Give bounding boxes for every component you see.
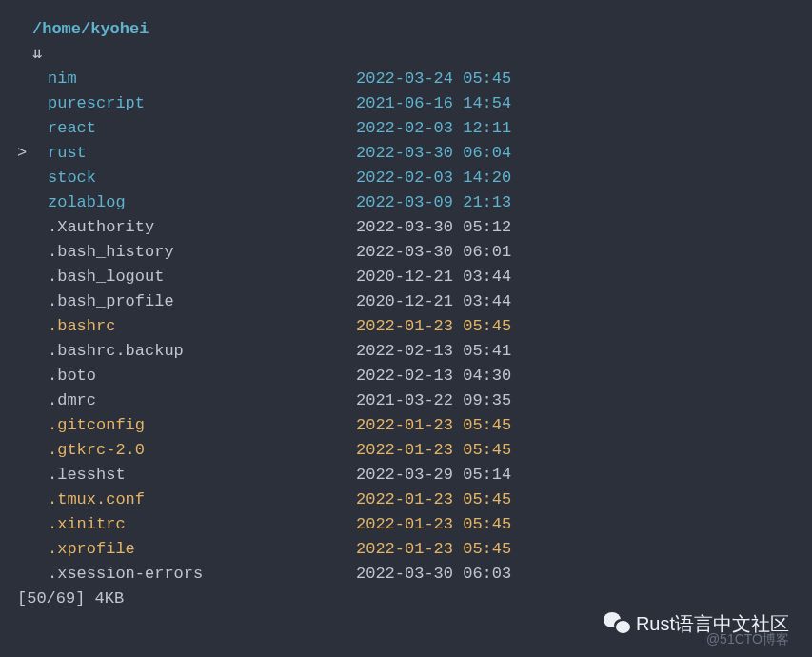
entry-date: 2022-02-03 12:11 bbox=[356, 116, 511, 141]
entry-date: 2022-03-30 05:12 bbox=[356, 215, 511, 240]
list-item[interactable]: >rust2022-03-30 06:04 bbox=[17, 141, 812, 166]
entry-name: react bbox=[32, 116, 356, 141]
entry-date: 2022-03-30 06:01 bbox=[356, 240, 511, 265]
entry-name: .xinitrc bbox=[32, 512, 356, 537]
entry-name: purescript bbox=[32, 91, 356, 116]
list-item[interactable]: .bashrc2022-01-23 05:45 bbox=[17, 314, 812, 339]
cursor-gutter bbox=[17, 166, 32, 190]
cursor-gutter bbox=[17, 91, 32, 116]
scroll-indicator-icon: ⇊ bbox=[17, 42, 812, 67]
list-item[interactable]: .bash_logout2020-12-21 03:44 bbox=[17, 265, 812, 289]
status-bar: [50/69] 4KB bbox=[17, 587, 812, 611]
cursor-gutter bbox=[17, 488, 32, 512]
entry-name: .gitconfig bbox=[32, 413, 356, 438]
cursor-gutter bbox=[17, 413, 32, 438]
cursor-gutter bbox=[17, 512, 32, 537]
cursor-gutter bbox=[17, 388, 32, 413]
cursor-gutter bbox=[17, 314, 32, 339]
list-item[interactable]: nim2022-03-24 05:45 bbox=[17, 67, 812, 91]
entry-date: 2022-02-03 14:20 bbox=[356, 166, 511, 190]
entry-name: .lesshst bbox=[32, 463, 356, 488]
entry-name: .bash_history bbox=[32, 240, 356, 265]
list-item[interactable]: .xprofile2022-01-23 05:45 bbox=[17, 537, 812, 562]
list-item[interactable]: .lesshst2022-03-29 05:14 bbox=[17, 463, 812, 488]
entry-date: 2022-01-23 05:45 bbox=[356, 413, 511, 438]
entry-date: 2020-12-21 03:44 bbox=[356, 289, 511, 314]
entry-date: 2022-02-13 04:30 bbox=[356, 364, 511, 388]
entry-name: zolablog bbox=[32, 190, 356, 215]
cursor-gutter bbox=[17, 537, 32, 562]
list-item[interactable]: zolablog2022-03-09 21:13 bbox=[17, 190, 812, 215]
list-item[interactable]: stock2022-02-03 14:20 bbox=[17, 166, 812, 190]
entry-name: .bashrc.backup bbox=[32, 339, 356, 364]
entry-name: stock bbox=[32, 166, 356, 190]
cursor-gutter bbox=[17, 116, 32, 141]
entry-date: 2022-01-23 05:45 bbox=[356, 512, 511, 537]
entry-name: .xprofile bbox=[32, 537, 356, 562]
cursor-gutter bbox=[17, 67, 32, 91]
entry-name: .xsession-errors bbox=[32, 562, 356, 587]
cursor-gutter bbox=[17, 463, 32, 488]
entry-name: rust bbox=[32, 141, 356, 166]
file-listing[interactable]: nim2022-03-24 05:45 purescript2021-06-16… bbox=[17, 67, 812, 587]
entry-name: .bash_profile bbox=[32, 289, 356, 314]
entry-name: .dmrc bbox=[32, 388, 356, 413]
entry-date: 2022-02-13 05:41 bbox=[356, 339, 511, 364]
entry-name: .gtkrc-2.0 bbox=[32, 438, 356, 463]
list-item[interactable]: .gtkrc-2.02022-01-23 05:45 bbox=[17, 438, 812, 463]
entry-date: 2022-01-23 05:45 bbox=[356, 438, 511, 463]
entry-name: .bashrc bbox=[32, 314, 356, 339]
cursor-gutter bbox=[17, 289, 32, 314]
entry-date: 2022-01-23 05:45 bbox=[356, 488, 511, 512]
entry-date: 2022-03-29 05:14 bbox=[356, 463, 511, 488]
entry-date: 2021-06-16 14:54 bbox=[356, 91, 511, 116]
list-item[interactable]: purescript2021-06-16 14:54 bbox=[17, 91, 812, 116]
list-item[interactable]: .xsession-errors2022-03-30 06:03 bbox=[17, 562, 812, 587]
list-item[interactable]: .bashrc.backup2022-02-13 05:41 bbox=[17, 339, 812, 364]
cursor-gutter bbox=[17, 438, 32, 463]
cursor-gutter bbox=[17, 190, 32, 215]
list-item[interactable]: .bash_profile2020-12-21 03:44 bbox=[17, 289, 812, 314]
list-item[interactable]: .tmux.conf2022-01-23 05:45 bbox=[17, 488, 812, 512]
list-item[interactable]: .dmrc2021-03-22 09:35 bbox=[17, 388, 812, 413]
list-item[interactable]: react2022-02-03 12:11 bbox=[17, 116, 812, 141]
cursor-gutter bbox=[17, 265, 32, 289]
entry-date: 2022-03-09 21:13 bbox=[356, 190, 511, 215]
entry-date: 2022-03-30 06:03 bbox=[356, 562, 511, 587]
cursor-gutter bbox=[17, 240, 32, 265]
list-item[interactable]: .Xauthority2022-03-30 05:12 bbox=[17, 215, 812, 240]
cursor-gutter: > bbox=[17, 141, 32, 166]
cursor-gutter bbox=[17, 562, 32, 587]
entry-date: 2021-03-22 09:35 bbox=[356, 388, 511, 413]
current-path: /home/kyohei bbox=[17, 17, 812, 42]
cursor-gutter bbox=[17, 339, 32, 364]
list-item[interactable]: .xinitrc2022-01-23 05:45 bbox=[17, 512, 812, 537]
entry-date: 2022-03-24 05:45 bbox=[356, 67, 511, 91]
list-item[interactable]: .bash_history2022-03-30 06:01 bbox=[17, 240, 812, 265]
list-item[interactable]: .gitconfig2022-01-23 05:45 bbox=[17, 413, 812, 438]
entry-date: 2020-12-21 03:44 bbox=[356, 265, 511, 289]
entry-name: .tmux.conf bbox=[32, 488, 356, 512]
entry-date: 2022-01-23 05:45 bbox=[356, 537, 511, 562]
entry-date: 2022-03-30 06:04 bbox=[356, 141, 511, 166]
entry-name: .Xauthority bbox=[32, 215, 356, 240]
cursor-gutter bbox=[17, 364, 32, 388]
entry-name: .bash_logout bbox=[32, 265, 356, 289]
wechat-icon bbox=[604, 612, 630, 635]
sub-watermark: @51CTO博客 bbox=[706, 627, 789, 651]
entry-name: nim bbox=[32, 67, 356, 91]
entry-date: 2022-01-23 05:45 bbox=[356, 314, 511, 339]
list-item[interactable]: .boto2022-02-13 04:30 bbox=[17, 364, 812, 388]
cursor-gutter bbox=[17, 215, 32, 240]
entry-name: .boto bbox=[32, 364, 356, 388]
